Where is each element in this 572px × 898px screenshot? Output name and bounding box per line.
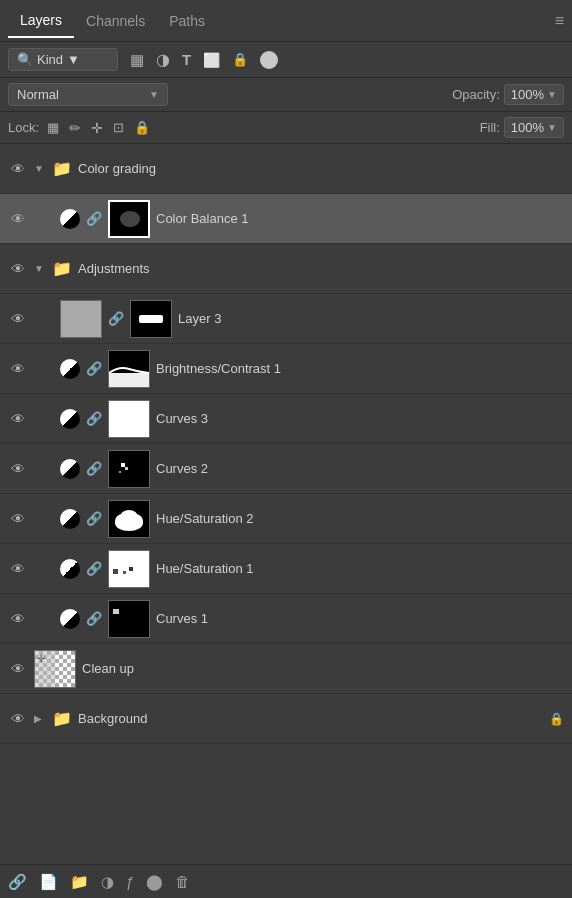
svg-rect-19 bbox=[123, 571, 126, 574]
layer-row[interactable]: 👁 🔗 Hue/Saturation 1 bbox=[0, 544, 572, 594]
chain-icon: 🔗 bbox=[86, 461, 102, 476]
svg-rect-10 bbox=[125, 467, 128, 470]
fill-input[interactable]: 100% ▼ bbox=[504, 117, 564, 138]
visibility-icon[interactable]: 👁 bbox=[8, 211, 28, 227]
kind-dropdown[interactable]: 🔍 Kind ▼ bbox=[8, 48, 118, 71]
layer-row[interactable]: 👁 🔗 Curves 2 bbox=[0, 444, 572, 494]
visibility-icon[interactable]: 👁 bbox=[8, 461, 28, 477]
add-icon: ✛ bbox=[37, 653, 45, 664]
svg-rect-2 bbox=[61, 301, 101, 337]
expand-icon[interactable]: ▶ bbox=[34, 713, 46, 724]
thumb-canvas bbox=[61, 301, 101, 337]
new-group-icon[interactable]: 📁 bbox=[70, 873, 89, 891]
tabs-bar: Layers Channels Paths ≡ bbox=[0, 0, 572, 42]
visibility-icon[interactable]: 👁 bbox=[8, 561, 28, 577]
visibility-icon[interactable]: 👁 bbox=[8, 361, 28, 377]
svg-rect-11 bbox=[119, 471, 121, 473]
svg-rect-6 bbox=[109, 373, 149, 387]
svg-rect-22 bbox=[113, 609, 119, 614]
layer-thumbnail bbox=[108, 400, 150, 438]
lock-icons-group: ▦ ✏ ✛ ⊡ 🔒 bbox=[47, 120, 150, 136]
layer-name: Background bbox=[78, 711, 543, 726]
lock-all-icon[interactable]: 🔒 bbox=[134, 120, 150, 135]
visibility-icon[interactable]: 👁 bbox=[8, 311, 28, 327]
visibility-icon[interactable]: 👁 bbox=[8, 261, 28, 277]
blend-mode-arrow: ▼ bbox=[149, 89, 159, 100]
thumb-canvas bbox=[109, 351, 149, 387]
link-icon[interactable]: 🔗 bbox=[8, 873, 27, 891]
tab-layers[interactable]: Layers bbox=[8, 4, 74, 38]
fill-arrow: ▼ bbox=[547, 122, 557, 133]
layer-row[interactable]: 👁 ▼ 📁 Adjustments bbox=[0, 244, 572, 294]
tab-channels[interactable]: Channels bbox=[74, 5, 157, 37]
blend-mode-dropdown[interactable]: Normal ▼ bbox=[8, 83, 168, 106]
fill-group: Fill: 100% ▼ bbox=[480, 117, 564, 138]
pixel-filter-icon[interactable]: ▦ bbox=[130, 51, 144, 69]
delete-layer-icon[interactable]: 🗑 bbox=[175, 873, 190, 890]
thumb-canvas bbox=[109, 601, 149, 637]
layer-row[interactable]: 👁 🔗 Curves 3 bbox=[0, 394, 572, 444]
layer-style-icon[interactable]: ƒ bbox=[126, 873, 134, 890]
visibility-icon[interactable]: 👁 bbox=[8, 161, 28, 177]
expand-icon[interactable]: ▼ bbox=[34, 163, 46, 174]
chain-icon: 🔗 bbox=[86, 611, 102, 626]
layer-thumbnail bbox=[108, 600, 150, 638]
tab-paths[interactable]: Paths bbox=[157, 5, 217, 37]
layer-row[interactable]: 👁 🔗 Color Balance 1 bbox=[0, 194, 572, 244]
search-icon: 🔍 bbox=[17, 52, 33, 67]
thumb-canvas bbox=[109, 551, 149, 587]
lock-transparent-icon[interactable]: ▦ bbox=[47, 120, 59, 135]
smart-filter-icon[interactable]: 🔒 bbox=[232, 52, 248, 67]
blend-mode-label: Normal bbox=[17, 87, 145, 102]
visibility-icon[interactable]: 👁 bbox=[8, 411, 28, 427]
add-layer-icon[interactable]: 📄 bbox=[39, 873, 58, 891]
layer-row[interactable]: 👁 🔗 Layer 3 bbox=[0, 294, 572, 344]
layer-row[interactable]: 👁 ▶ 📁 Background 🔒 bbox=[0, 694, 572, 744]
layer-mask-icon[interactable]: ⬤ bbox=[146, 873, 163, 891]
layer-name: Hue/Saturation 1 bbox=[156, 561, 564, 576]
layer-thumbnail bbox=[108, 500, 150, 538]
layer-thumbnail: ✛ bbox=[34, 650, 76, 688]
shape-filter-icon[interactable]: ⬜ bbox=[203, 52, 220, 68]
layer-row[interactable]: 👁 ▼ 📁 Color grading bbox=[0, 144, 572, 194]
svg-point-1 bbox=[120, 211, 140, 227]
thumb-canvas bbox=[109, 451, 149, 487]
visibility-icon[interactable]: 👁 bbox=[8, 711, 28, 727]
layer-row[interactable]: 👁 ✛ Clean up bbox=[0, 644, 572, 694]
expand-icon[interactable]: ▼ bbox=[34, 263, 46, 274]
svg-rect-21 bbox=[109, 601, 149, 637]
lock-artboard-icon[interactable]: ⊡ bbox=[113, 120, 124, 135]
adjustment-layer-icon[interactable]: ◑ bbox=[101, 873, 114, 891]
opacity-arrow: ▼ bbox=[547, 89, 557, 100]
svg-point-16 bbox=[120, 510, 138, 524]
lock-position-icon[interactable]: ✛ bbox=[91, 120, 103, 136]
chain-icon: 🔗 bbox=[86, 361, 102, 376]
adjustment-icon bbox=[60, 459, 80, 479]
adjustment-icon bbox=[60, 359, 80, 379]
type-filter-icon[interactable]: T bbox=[182, 51, 191, 68]
thumb-canvas bbox=[109, 501, 149, 537]
opacity-input[interactable]: 100% ▼ bbox=[504, 84, 564, 105]
adjustment-filter-icon[interactable]: ◑ bbox=[156, 50, 170, 69]
visibility-icon[interactable]: 👁 bbox=[8, 611, 28, 627]
lock-image-icon[interactable]: ✏ bbox=[69, 120, 81, 136]
layer-row[interactable]: 👁 🔗 Hue/Saturation 2 bbox=[0, 494, 572, 544]
thumb-canvas bbox=[110, 201, 148, 237]
bottom-bar: 🔗 📄 📁 ◑ ƒ ⬤ 🗑 bbox=[0, 864, 572, 898]
layer-thumbnail bbox=[108, 550, 150, 588]
layer-row[interactable]: 👁 🔗 Brightness/Contrast 1 bbox=[0, 344, 572, 394]
thumb-canvas bbox=[109, 401, 149, 437]
visibility-icon[interactable]: 👁 bbox=[8, 511, 28, 527]
layer-name: Adjustments bbox=[78, 261, 564, 276]
layer-name: Color Balance 1 bbox=[156, 211, 564, 226]
layer-filter-icons: ▦ ◑ T ⬜ 🔒 bbox=[130, 50, 278, 69]
panel-menu-icon[interactable]: ≡ bbox=[555, 12, 564, 30]
layer-row[interactable]: 👁 🔗 Curves 1 bbox=[0, 594, 572, 644]
layer-name: Curves 3 bbox=[156, 411, 564, 426]
svg-rect-4 bbox=[139, 315, 163, 323]
visibility-icon[interactable]: 👁 bbox=[8, 661, 28, 677]
chain-icon: 🔗 bbox=[108, 311, 124, 326]
filter-toggle-icon[interactable] bbox=[260, 51, 278, 69]
opacity-value-text: 100% bbox=[511, 87, 544, 102]
layer-name: Curves 2 bbox=[156, 461, 564, 476]
